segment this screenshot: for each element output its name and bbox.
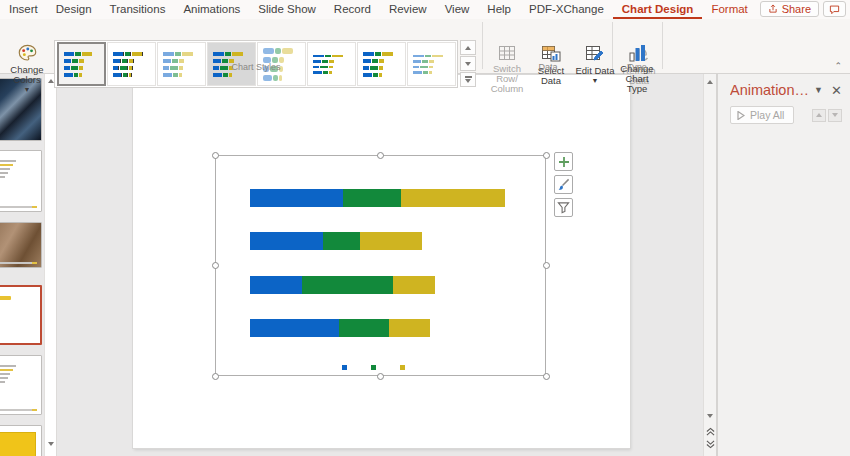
- chart-styles-button[interactable]: [554, 175, 573, 194]
- scroll-down-icon[interactable]: [45, 438, 56, 450]
- style-mini-segment: [232, 52, 242, 56]
- slide-thumbnail-6[interactable]: [0, 425, 42, 456]
- style-mini-bar: [363, 73, 400, 77]
- play-all-button[interactable]: Play All: [730, 106, 794, 124]
- grid-icon: [496, 42, 518, 64]
- chart-filters-button[interactable]: [554, 198, 573, 217]
- plus-icon: [558, 156, 570, 168]
- slide-thumbnail-3[interactable]: [0, 222, 42, 268]
- move-later-button[interactable]: [828, 109, 842, 122]
- slide-scrollbar[interactable]: [703, 74, 717, 456]
- thumbnail-progress-tip: [32, 206, 37, 208]
- bar-segment-series-2-category-3[interactable]: [323, 232, 360, 250]
- legend-swatch-series-3[interactable]: [400, 365, 405, 370]
- tab-slide-show[interactable]: Slide Show: [249, 0, 325, 19]
- style-mini-segment: [225, 52, 232, 56]
- bar-segment-series-3-category-1[interactable]: [389, 319, 430, 337]
- tab-format[interactable]: Format: [702, 0, 756, 19]
- bar-segment-series-1-category-1[interactable]: [250, 319, 339, 337]
- more-styles-icon: [465, 76, 472, 78]
- tab-review[interactable]: Review: [380, 0, 436, 19]
- thumbnail-image: [0, 223, 41, 267]
- tab-transitions[interactable]: Transitions: [101, 0, 175, 19]
- slide-thumbnail-1[interactable]: [0, 78, 42, 141]
- thumbnail-text-line: [0, 176, 5, 178]
- chevron-down-icon: [465, 62, 471, 66]
- tab-record[interactable]: Record: [325, 0, 380, 19]
- thumbnail-panel-scrollbar[interactable]: [44, 74, 57, 456]
- selection-handle[interactable]: [543, 152, 550, 159]
- bar-segment-series-2-category-2[interactable]: [302, 276, 393, 294]
- style-mini-bar: [413, 55, 450, 58]
- selection-handle[interactable]: [212, 373, 219, 380]
- slide-thumbnail-4[interactable]: [0, 285, 42, 345]
- slide-thumbnail-2[interactable]: [0, 150, 42, 212]
- brush-icon: [557, 178, 570, 191]
- thumbnail-progress-bar: [0, 262, 37, 264]
- tab-insert[interactable]: Insert: [0, 0, 47, 19]
- scroll-down-icon[interactable]: [704, 410, 716, 422]
- tab-chart-design[interactable]: Chart Design: [613, 0, 703, 19]
- selection-handle[interactable]: [377, 152, 384, 159]
- play-icon: [737, 111, 745, 120]
- selection-handle[interactable]: [212, 262, 219, 269]
- thumbnail-text-line: [0, 172, 8, 174]
- gallery-more-button[interactable]: [460, 72, 476, 87]
- selection-handle[interactable]: [543, 262, 550, 269]
- bar-segment-series-1-category-3[interactable]: [250, 232, 323, 250]
- close-icon[interactable]: ✕: [831, 83, 842, 98]
- menu-bar: InsertDesignTransitionsAnimationsSlide S…: [0, 0, 850, 19]
- bar-segment-series-3-category-3[interactable]: [360, 232, 422, 250]
- style-mini-bar: [113, 73, 150, 77]
- bar-segment-series-1-category-2[interactable]: [250, 276, 302, 294]
- style-mini-segment: [425, 55, 432, 58]
- bar-segment-series-2-category-4[interactable]: [343, 189, 401, 207]
- previous-slide-button[interactable]: [704, 425, 716, 437]
- change-colors-button[interactable]: Change Colors ▼: [6, 40, 48, 87]
- share-icon: [768, 4, 778, 14]
- selection-handle[interactable]: [377, 373, 384, 380]
- bar-segment-series-2-category-1[interactable]: [339, 319, 389, 337]
- legend-swatch-series-2[interactable]: [371, 365, 376, 370]
- group-separator: [482, 22, 483, 69]
- legend-swatch-series-1[interactable]: [342, 365, 347, 370]
- bar-segment-series-3-category-4[interactable]: [401, 189, 505, 207]
- scroll-up-icon[interactable]: [704, 76, 716, 88]
- slide-canvas[interactable]: [133, 75, 630, 448]
- thumbnail-text-line: [0, 373, 10, 375]
- gallery-scroll-up-button[interactable]: [460, 40, 476, 55]
- selection-handle[interactable]: [212, 152, 219, 159]
- style-mini-segment: [213, 73, 223, 77]
- style-mini-segment: [375, 52, 382, 56]
- bar-segment-series-3-category-2[interactable]: [393, 276, 434, 294]
- style-mini-segment: [263, 48, 274, 54]
- tab-view[interactable]: View: [436, 0, 479, 19]
- tab-help[interactable]: Help: [478, 0, 520, 19]
- slide-thumbnail-5[interactable]: [0, 355, 42, 415]
- style-mini-bar: [113, 52, 150, 56]
- chart-object[interactable]: [215, 155, 546, 376]
- selection-handle[interactable]: [543, 373, 550, 380]
- style-mini-segment: [273, 75, 277, 81]
- thumbnail-progress-tip: [32, 409, 37, 411]
- chart-elements-button[interactable]: [554, 152, 573, 171]
- bar-segment-series-1-category-4[interactable]: [250, 189, 343, 207]
- gallery-scroll-down-button[interactable]: [460, 56, 476, 71]
- tab-pdf-xchange[interactable]: PDF-XChange: [520, 0, 613, 19]
- tab-design[interactable]: Design: [47, 0, 101, 19]
- style-mini-segment: [123, 73, 127, 77]
- comments-button[interactable]: [823, 1, 846, 17]
- data-group-label: Data: [486, 62, 610, 72]
- move-earlier-button[interactable]: [812, 109, 826, 122]
- thumbnail-progress-tip: [32, 262, 37, 264]
- next-slide-button[interactable]: [704, 438, 716, 450]
- tab-animations[interactable]: Animations: [174, 0, 249, 19]
- share-button[interactable]: Share: [760, 1, 819, 17]
- type-group-label: Type: [614, 62, 660, 72]
- style-mini-segment: [382, 52, 392, 56]
- play-all-label: Play All: [750, 109, 784, 121]
- collapse-ribbon-button[interactable]: ⌃: [834, 61, 842, 71]
- thumbnail-image: [0, 432, 36, 456]
- style-mini-segment: [432, 55, 442, 58]
- pane-options-button[interactable]: ▼: [812, 85, 825, 95]
